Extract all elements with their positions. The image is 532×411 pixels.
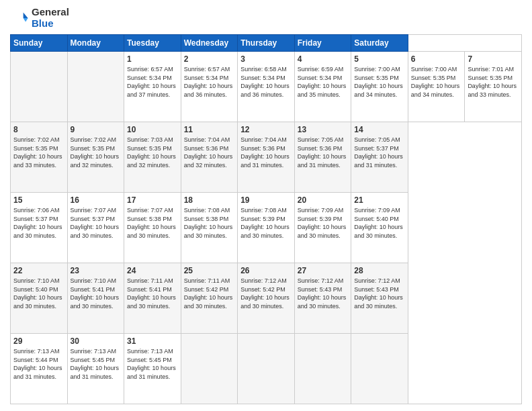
empty-cell — [181, 334, 238, 404]
calendar-day-cell: 31Sunrise: 7:13 AMSunset: 5:45 PMDayligh… — [124, 334, 181, 404]
day-number: 15 — [13, 195, 64, 205]
day-number: 1 — [127, 54, 178, 64]
calendar-day-cell: 6Sunrise: 7:00 AMSunset: 5:35 PMDaylight… — [408, 52, 465, 122]
calendar-day-cell: 20Sunrise: 7:09 AMSunset: 5:39 PMDayligh… — [294, 193, 351, 263]
day-number: 7 — [468, 54, 519, 64]
day-info: Sunrise: 7:11 AMSunset: 5:41 PMDaylight:… — [127, 277, 178, 310]
logo-icon — [10, 9, 29, 28]
calendar-day-cell: 3Sunrise: 6:58 AMSunset: 5:34 PMDaylight… — [238, 52, 295, 122]
calendar-day-cell: 18Sunrise: 7:08 AMSunset: 5:38 PMDayligh… — [181, 193, 238, 263]
day-info: Sunrise: 7:09 AMSunset: 5:39 PMDaylight:… — [298, 206, 349, 240]
empty-cell — [238, 334, 295, 404]
day-number: 29 — [13, 336, 64, 346]
empty-cell — [351, 334, 408, 404]
day-number: 14 — [354, 125, 405, 134]
day-info: Sunrise: 7:05 AMSunset: 5:36 PMDaylight:… — [298, 136, 349, 169]
calendar-day-cell: 26Sunrise: 7:12 AMSunset: 5:42 PMDayligh… — [238, 263, 295, 334]
calendar-day-cell: 30Sunrise: 7:13 AMSunset: 5:45 PMDayligh… — [67, 334, 124, 404]
day-number: 18 — [184, 195, 235, 205]
day-info: Sunrise: 6:58 AMSunset: 5:34 PMDaylight:… — [240, 65, 292, 99]
day-info: Sunrise: 7:01 AMSunset: 5:35 PMDaylight:… — [468, 65, 519, 99]
day-number: 24 — [127, 266, 178, 275]
day-info: Sunrise: 7:13 AMSunset: 5:45 PMDaylight:… — [71, 347, 122, 381]
day-number: 16 — [71, 195, 122, 205]
day-info: Sunrise: 7:10 AMSunset: 5:41 PMDaylight:… — [71, 277, 122, 310]
calendar-day-cell: 21Sunrise: 7:09 AMSunset: 5:40 PMDayligh… — [351, 193, 408, 263]
calendar-day-cell: 10Sunrise: 7:03 AMSunset: 5:35 PMDayligh… — [124, 122, 181, 193]
day-info: Sunrise: 7:02 AMSunset: 5:35 PMDaylight:… — [71, 136, 122, 169]
day-number: 6 — [411, 54, 462, 64]
page-header: General Blue — [10, 7, 522, 29]
calendar-week-row: 29Sunrise: 7:13 AMSunset: 5:44 PMDayligh… — [11, 334, 522, 404]
weekday-header-wednesday: Wednesday — [181, 35, 238, 52]
calendar-day-cell: 23Sunrise: 7:10 AMSunset: 5:41 PMDayligh… — [67, 263, 124, 334]
calendar-day-cell: 16Sunrise: 7:07 AMSunset: 5:37 PMDayligh… — [67, 193, 124, 263]
day-info: Sunrise: 7:09 AMSunset: 5:40 PMDaylight:… — [354, 206, 405, 240]
day-info: Sunrise: 7:13 AMSunset: 5:44 PMDaylight:… — [13, 347, 64, 381]
day-info: Sunrise: 7:08 AMSunset: 5:39 PMDaylight:… — [240, 206, 292, 240]
day-info: Sunrise: 6:57 AMSunset: 5:34 PMDaylight:… — [184, 65, 235, 99]
calendar-day-cell: 19Sunrise: 7:08 AMSunset: 5:39 PMDayligh… — [238, 193, 295, 263]
day-number: 11 — [184, 125, 235, 134]
calendar-day-cell: 8Sunrise: 7:02 AMSunset: 5:35 PMDaylight… — [11, 122, 68, 193]
day-number: 8 — [13, 125, 64, 134]
svg-marker-0 — [24, 12, 28, 17]
day-info: Sunrise: 7:00 AMSunset: 5:35 PMDaylight:… — [354, 65, 405, 99]
empty-cell — [294, 334, 351, 404]
calendar-day-cell: 25Sunrise: 7:11 AMSunset: 5:42 PMDayligh… — [181, 263, 238, 334]
weekday-header-saturday: Saturday — [351, 35, 408, 52]
calendar-day-cell: 9Sunrise: 7:02 AMSunset: 5:35 PMDaylight… — [67, 122, 124, 193]
logo-text: General Blue — [32, 7, 69, 29]
calendar-day-cell: 14Sunrise: 7:05 AMSunset: 5:37 PMDayligh… — [351, 122, 408, 193]
day-info: Sunrise: 7:12 AMSunset: 5:43 PMDaylight:… — [354, 277, 405, 310]
calendar-day-cell: 29Sunrise: 7:13 AMSunset: 5:44 PMDayligh… — [11, 334, 68, 404]
day-info: Sunrise: 7:00 AMSunset: 5:35 PMDaylight:… — [411, 65, 462, 99]
calendar-week-row: 1Sunrise: 6:57 AMSunset: 5:34 PMDaylight… — [11, 52, 522, 122]
day-info: Sunrise: 7:04 AMSunset: 5:36 PMDaylight:… — [240, 136, 292, 169]
calendar-table: SundayMondayTuesdayWednesdayThursdayFrid… — [10, 34, 522, 404]
calendar-day-cell: 15Sunrise: 7:06 AMSunset: 5:37 PMDayligh… — [11, 193, 68, 263]
weekday-header-friday: Friday — [294, 35, 351, 52]
day-info: Sunrise: 6:57 AMSunset: 5:34 PMDaylight:… — [127, 65, 178, 99]
calendar-day-cell: 27Sunrise: 7:12 AMSunset: 5:43 PMDayligh… — [294, 263, 351, 334]
calendar-header-row: SundayMondayTuesdayWednesdayThursdayFrid… — [11, 35, 522, 52]
calendar-day-cell: 2Sunrise: 6:57 AMSunset: 5:34 PMDaylight… — [181, 52, 238, 122]
calendar-day-cell: 28Sunrise: 7:12 AMSunset: 5:43 PMDayligh… — [351, 263, 408, 334]
calendar-day-cell: 11Sunrise: 7:04 AMSunset: 5:36 PMDayligh… — [181, 122, 238, 193]
calendar-day-cell: 7Sunrise: 7:01 AMSunset: 5:35 PMDaylight… — [465, 52, 522, 122]
day-info: Sunrise: 7:12 AMSunset: 5:42 PMDaylight:… — [240, 277, 292, 310]
day-number: 23 — [71, 266, 122, 275]
calendar-day-cell: 24Sunrise: 7:11 AMSunset: 5:41 PMDayligh… — [124, 263, 181, 334]
calendar-day-cell: 13Sunrise: 7:05 AMSunset: 5:36 PMDayligh… — [294, 122, 351, 193]
day-number: 20 — [298, 195, 349, 205]
day-info: Sunrise: 7:02 AMSunset: 5:35 PMDaylight:… — [13, 136, 64, 169]
day-number: 10 — [127, 125, 178, 134]
logo: General Blue — [10, 7, 69, 29]
day-number: 12 — [240, 125, 292, 134]
day-number: 31 — [127, 336, 178, 346]
weekday-header-monday: Monday — [67, 35, 124, 52]
day-info: Sunrise: 7:11 AMSunset: 5:42 PMDaylight:… — [184, 277, 235, 310]
empty-cell — [67, 52, 124, 122]
day-number: 13 — [298, 125, 349, 134]
calendar-day-cell: 1Sunrise: 6:57 AMSunset: 5:34 PMDaylight… — [124, 52, 181, 122]
day-number: 17 — [127, 195, 178, 205]
day-number: 9 — [71, 125, 122, 134]
day-info: Sunrise: 7:10 AMSunset: 5:40 PMDaylight:… — [13, 277, 64, 310]
calendar-day-cell: 4Sunrise: 6:59 AMSunset: 5:34 PMDaylight… — [294, 52, 351, 122]
calendar-week-row: 22Sunrise: 7:10 AMSunset: 5:40 PMDayligh… — [11, 263, 522, 334]
day-info: Sunrise: 7:13 AMSunset: 5:45 PMDaylight:… — [127, 347, 178, 381]
day-number: 22 — [13, 266, 64, 275]
calendar-week-row: 15Sunrise: 7:06 AMSunset: 5:37 PMDayligh… — [11, 193, 522, 263]
empty-cell — [11, 52, 68, 122]
day-number: 21 — [354, 195, 405, 205]
weekday-header-sunday: Sunday — [11, 35, 68, 52]
page-container: General Blue SundayMondayTuesdayWednesda… — [0, 0, 532, 411]
day-info: Sunrise: 7:12 AMSunset: 5:43 PMDaylight:… — [298, 277, 349, 310]
day-info: Sunrise: 7:03 AMSunset: 5:35 PMDaylight:… — [127, 136, 178, 169]
day-number: 19 — [240, 195, 292, 205]
day-info: Sunrise: 6:59 AMSunset: 5:34 PMDaylight:… — [298, 65, 349, 99]
calendar-day-cell: 12Sunrise: 7:04 AMSunset: 5:36 PMDayligh… — [238, 122, 295, 193]
day-number: 3 — [240, 54, 292, 64]
day-number: 25 — [184, 266, 235, 275]
